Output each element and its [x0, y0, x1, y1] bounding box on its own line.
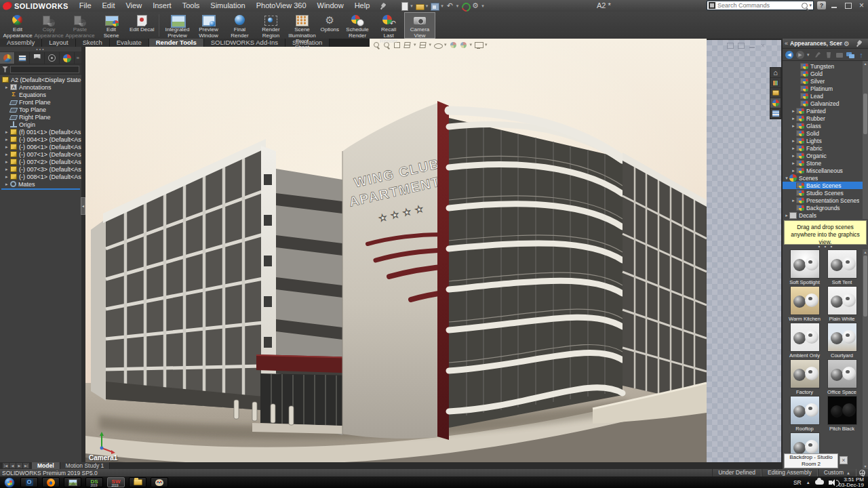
display-manager-tab[interactable]	[60, 52, 75, 64]
explorer-taskbar-button[interactable]	[129, 477, 146, 487]
menu-edit[interactable]: Edit	[97, 0, 121, 12]
solidworks-taskbar-button[interactable]: SW2019	[107, 477, 125, 487]
tree-item-platinum[interactable]: Platinum	[783, 85, 868, 92]
expand-arrow-icon[interactable]: ▸	[5, 129, 10, 135]
expand-arrow-icon[interactable]: ▸	[5, 174, 10, 180]
scroll-up-icon[interactable]: ▲	[863, 61, 868, 66]
tree-item-organic[interactable]: ▸Organic	[783, 152, 868, 159]
globe-icon[interactable]	[859, 470, 865, 476]
doc-maximize-icon[interactable]	[738, 43, 745, 49]
scrollbar-thumb[interactable]	[863, 256, 867, 317]
caret-icon[interactable]: ▾	[485, 42, 488, 47]
tree-item-component[interactable]: ▸(-) 008<1> (Default<As Machined>	[0, 173, 81, 180]
caret-icon[interactable]: ▾	[444, 42, 447, 47]
menu-simulation[interactable]: Simulation	[205, 0, 250, 12]
tab-render-tools[interactable]: Render Tools	[149, 39, 204, 47]
scene-thumb-plain-white[interactable]: Plain White	[823, 286, 861, 323]
pane-splitter-grip[interactable]: • • •	[783, 245, 868, 249]
caret-icon[interactable]: ▾	[414, 42, 416, 47]
open-caret-icon[interactable]: ▾	[426, 3, 429, 9]
preview-window-button[interactable]: Preview Window	[193, 12, 224, 39]
up-one-level-icon[interactable]: ↑	[857, 51, 865, 59]
caret-icon[interactable]: ▾	[429, 42, 432, 47]
options-gear-icon[interactable]: ⚙	[471, 1, 479, 10]
tree-item-silver[interactable]: Silver	[783, 77, 868, 85]
menu-insert[interactable]: Insert	[147, 0, 177, 12]
volume-icon[interactable]	[829, 481, 832, 485]
expand-arrow-icon[interactable]: ▸	[5, 167, 10, 172]
feature-tree-tab[interactable]	[0, 52, 15, 64]
scene-thumb-courtyard[interactable]: Courtyard	[823, 323, 861, 359]
tree-item-basic-scenes[interactable]: Basic Scenes	[783, 182, 868, 189]
configuration-manager-tab[interactable]	[30, 52, 45, 64]
minimize-button[interactable]	[829, 1, 840, 9]
refresh-folders-icon[interactable]	[846, 51, 854, 59]
edit-appearance-button[interactable]: Edit Appearance	[2, 12, 33, 39]
tree-item-component[interactable]: ▸(f) 001<1> (Default<As Machined>	[0, 128, 81, 136]
expand-arrow-icon[interactable]: ▸	[791, 108, 796, 114]
undo-icon[interactable]: ↶	[446, 1, 454, 10]
thumbnails-scrollbar[interactable]: ▲ ▼	[863, 249, 868, 469]
search-icon[interactable]	[802, 3, 808, 9]
close-button[interactable]: ×	[856, 1, 867, 9]
tree-item-annotations[interactable]: ▸AAnnotations	[0, 83, 81, 91]
feature-tree-filter-input[interactable]	[10, 66, 79, 73]
menu-tools[interactable]: Tools	[177, 0, 205, 12]
pin-menu-icon[interactable]	[378, 1, 387, 10]
tree-item-component[interactable]: ▸(-) 006<1> (Default<As Machined>	[0, 143, 81, 150]
open-document-icon[interactable]	[415, 1, 424, 10]
expand-arrow-icon[interactable]: ▸	[791, 153, 796, 159]
open-folder-icon[interactable]	[835, 51, 844, 59]
tree-item-component[interactable]: ▸(-) 007<3> (Default<As Machined>	[0, 165, 81, 173]
collapse-arrow-icon[interactable]: ▾	[784, 176, 789, 181]
tree-item-tungsten[interactable]: Tungsten	[783, 62, 868, 70]
edit-appearance-hud-icon[interactable]	[450, 41, 457, 49]
render-region-button[interactable]: Render Region	[255, 12, 286, 39]
graphics-area[interactable]: WING CLUB APARTMENTS ★ ★ ★ ★	[85, 39, 781, 463]
new-document-icon[interactable]	[399, 1, 408, 10]
property-manager-tab[interactable]	[15, 52, 30, 64]
view-orientation-icon[interactable]	[419, 41, 427, 49]
expand-arrow-icon[interactable]: ▸	[5, 144, 10, 150]
pin-icon[interactable]	[854, 39, 863, 48]
apply-appearance-icon[interactable]	[814, 51, 822, 59]
start-button[interactable]	[4, 477, 15, 488]
file-explorer-tab[interactable]	[770, 88, 781, 98]
history-caret-icon[interactable]: ▾	[807, 52, 811, 58]
tree-item-component[interactable]: ▸(-) 007<2> (Default<As Machined>	[0, 158, 81, 165]
firefox-taskbar-button[interactable]	[42, 477, 60, 487]
tree-scrollbar[interactable]: ▲	[863, 61, 868, 219]
expand-arrow-icon[interactable]: ▸	[5, 85, 10, 90]
tree-item-component[interactable]: ▸(-) 007<1> (Default<As Machined>	[0, 150, 81, 158]
tree-item-glass[interactable]: ▸Glass	[783, 122, 868, 129]
tab-assembly[interactable]: Assembly	[0, 39, 42, 47]
tree-item-lead[interactable]: Lead	[783, 92, 868, 100]
scene-thumb-office-space[interactable]: Office Space	[823, 359, 861, 396]
edit-decal-button[interactable]: Edit Decal	[127, 12, 157, 39]
first-tab-icon[interactable]: |◀	[3, 463, 9, 468]
tree-root-item[interactable]: A2 (Default<Display State-1>)	[0, 76, 81, 83]
tree-item-top-plane[interactable]: Top Plane	[0, 106, 81, 113]
view-settings-icon[interactable]	[475, 41, 482, 49]
expand-arrow-icon[interactable]: ▸	[5, 159, 10, 165]
doc-minimize-icon[interactable]	[749, 43, 755, 49]
tree-item-front-plane[interactable]: Front Plane	[0, 98, 81, 106]
tree-item-presentation-scenes[interactable]: ▸Presentation Scenes	[783, 197, 868, 204]
undo-caret-icon[interactable]: ▾	[456, 3, 459, 9]
menu-view[interactable]: View	[120, 0, 147, 12]
apply-scene-icon[interactable]	[460, 41, 467, 49]
design-library-tab[interactable]	[770, 78, 781, 88]
draftsight-taskbar-button[interactable]: DS2019	[85, 477, 103, 487]
motion-study-tab[interactable]: Motion Study 1	[60, 462, 111, 469]
tree-item-miscellaneous[interactable]: ▸Miscellaneous	[783, 167, 868, 174]
scene-thumb-soft-spotlight[interactable]: Soft Spotlight	[786, 249, 823, 286]
scrollbar-thumb[interactable]	[863, 94, 867, 134]
next-tab-icon[interactable]: ▶	[16, 463, 22, 468]
panel-splitter-handle[interactable]: ◂	[81, 197, 85, 215]
help-user-icon[interactable]: ?	[817, 1, 826, 9]
cloud-icon[interactable]	[815, 480, 824, 485]
paste-appearance-button[interactable]: Paste Appearance	[64, 12, 96, 39]
tree-item-equations[interactable]: ΣEquations	[0, 91, 81, 98]
schedule-render-button[interactable]: Schedule Render	[342, 12, 373, 39]
tray-expand-icon[interactable]: ▲	[806, 481, 810, 485]
